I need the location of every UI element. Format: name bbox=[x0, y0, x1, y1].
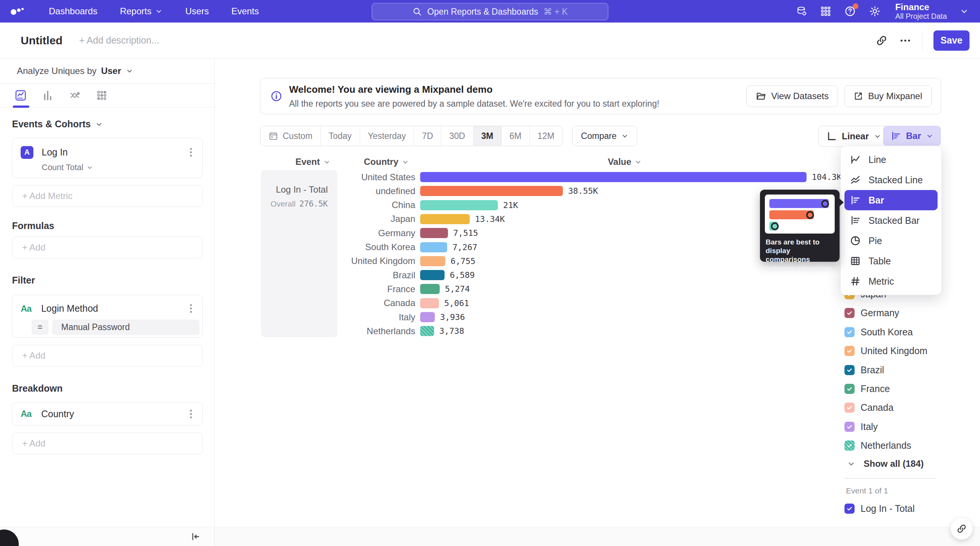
country-bar[interactable] bbox=[420, 326, 434, 336]
legend-event-item[interactable]: Log In - Total bbox=[845, 503, 915, 514]
checkbox-checked[interactable] bbox=[845, 503, 854, 514]
nav-item-users[interactable]: Users bbox=[185, 6, 209, 16]
mixpanel-logo-icon[interactable] bbox=[10, 6, 27, 17]
legend-item-france[interactable]: France bbox=[845, 384, 890, 394]
collapse-sidebar-icon[interactable] bbox=[190, 532, 201, 542]
filter-operator[interactable]: = bbox=[32, 320, 48, 335]
chart-type-button[interactable]: Bar bbox=[883, 126, 941, 146]
string-property-icon: Aa bbox=[21, 303, 32, 314]
nav-item-reports[interactable]: Reports bbox=[120, 6, 162, 16]
metric-event-name[interactable]: Log In bbox=[42, 147, 68, 158]
range-yesterday[interactable]: Yesterday bbox=[360, 126, 414, 146]
checkbox-checked[interactable] bbox=[845, 384, 854, 394]
events-cohorts-header[interactable]: Events & Cohorts bbox=[12, 119, 203, 129]
range-3m[interactable]: 3M bbox=[474, 126, 502, 146]
report-title[interactable]: Untitled bbox=[21, 34, 63, 47]
buy-mixpanel-button[interactable]: Buy Mixpanel bbox=[844, 85, 932, 107]
country-value: 21K bbox=[503, 201, 518, 210]
checkbox-checked[interactable] bbox=[845, 441, 854, 450]
search-input[interactable]: Open Reports & Dashboards ⌘ + K bbox=[372, 3, 608, 20]
settings-gear-icon[interactable] bbox=[869, 5, 881, 17]
metric-options-icon[interactable] bbox=[188, 146, 194, 159]
add-formula-button[interactable]: + Add bbox=[12, 237, 203, 258]
nav-item-dashboards[interactable]: Dashboards bbox=[49, 6, 97, 16]
menu-item-metric[interactable]: Metric bbox=[841, 271, 941, 291]
tab-funnels[interactable] bbox=[41, 84, 54, 107]
apps-grid-icon[interactable] bbox=[820, 6, 831, 17]
filter-value[interactable]: Manual Password bbox=[52, 320, 199, 335]
checkbox-checked[interactable] bbox=[845, 422, 854, 432]
range-today[interactable]: Today bbox=[321, 126, 360, 146]
help-icon[interactable] bbox=[844, 5, 856, 17]
country-bar[interactable] bbox=[420, 270, 445, 280]
checkbox-checked[interactable] bbox=[845, 346, 854, 356]
scale-selector-button[interactable]: Linear bbox=[819, 126, 889, 147]
menu-item-pie[interactable]: Pie bbox=[841, 231, 941, 251]
view-datasets-button[interactable]: View Datasets bbox=[746, 85, 838, 107]
breakdown-card-country[interactable]: Aa Country bbox=[12, 402, 203, 425]
data-management-icon[interactable] bbox=[796, 6, 807, 17]
country-bar[interactable] bbox=[420, 228, 448, 238]
add-metric-button[interactable]: + Add Metric bbox=[12, 185, 203, 207]
add-breakdown-button[interactable]: + Add bbox=[12, 433, 203, 454]
country-bar[interactable] bbox=[420, 172, 807, 182]
range-6m[interactable]: 6M bbox=[502, 126, 530, 146]
copy-link-icon[interactable] bbox=[875, 34, 888, 47]
chevron-down-icon[interactable] bbox=[126, 67, 133, 75]
analyze-value[interactable]: User bbox=[101, 66, 121, 76]
checkbox-checked[interactable] bbox=[845, 403, 854, 413]
country-bar[interactable] bbox=[420, 284, 440, 294]
legend-show-all[interactable]: Show all (184) bbox=[847, 458, 924, 469]
menu-item-line[interactable]: Line bbox=[841, 150, 941, 170]
aggregation-selector[interactable]: Count Total bbox=[42, 162, 202, 172]
table-row: South Korea7,267 bbox=[215, 242, 477, 252]
chevron-down-icon[interactable] bbox=[960, 7, 969, 16]
country-bar[interactable] bbox=[420, 312, 435, 322]
tab-flows[interactable] bbox=[68, 84, 81, 107]
range-30d[interactable]: 30D bbox=[441, 126, 473, 146]
share-link-button[interactable] bbox=[951, 518, 972, 540]
breakdown-options-icon[interactable] bbox=[188, 408, 194, 420]
value-column-header[interactable]: Value bbox=[587, 157, 662, 167]
legend-item-brazil[interactable]: Brazil bbox=[845, 365, 884, 376]
country-bar[interactable] bbox=[420, 214, 470, 224]
range-custom[interactable]: Custom bbox=[261, 126, 321, 146]
legend-item-italy[interactable]: Italy bbox=[845, 421, 878, 432]
menu-item-table[interactable]: Table bbox=[841, 251, 941, 271]
filter-property-name[interactable]: Login Method bbox=[41, 303, 99, 314]
filter-card-login-method[interactable]: Aa Login Method = Manual Password bbox=[12, 295, 203, 337]
checkbox-checked[interactable] bbox=[845, 365, 854, 375]
range-7d[interactable]: 7D bbox=[414, 126, 441, 146]
menu-item-stacked-line[interactable]: Stacked Line bbox=[841, 170, 941, 190]
tab-retention[interactable] bbox=[95, 84, 108, 107]
country-bar[interactable] bbox=[420, 186, 563, 196]
legend-item-canada[interactable]: Canada bbox=[845, 402, 894, 413]
country-bar[interactable] bbox=[420, 298, 439, 308]
legend-item-united-kingdom[interactable]: United Kingdom bbox=[845, 345, 928, 357]
nav-item-events[interactable]: Events bbox=[231, 6, 259, 16]
menu-item-stacked-bar[interactable]: Stacked Bar bbox=[841, 210, 941, 231]
project-switcher[interactable]: Finance All Project Data bbox=[895, 2, 947, 21]
add-filter-button[interactable]: + Add bbox=[12, 345, 203, 366]
country-bar[interactable] bbox=[420, 242, 447, 252]
add-description[interactable]: + Add description... bbox=[79, 35, 159, 46]
compare-button[interactable]: Compare bbox=[572, 126, 637, 146]
country-label: Brazil bbox=[215, 270, 415, 280]
legend-item-germany[interactable]: Germany bbox=[845, 307, 899, 318]
checkbox-checked[interactable] bbox=[845, 308, 854, 318]
event-column-header[interactable]: Event bbox=[255, 157, 331, 167]
filter-options-icon[interactable] bbox=[188, 302, 194, 315]
more-options-icon[interactable] bbox=[899, 34, 912, 47]
country-column-header[interactable]: Country bbox=[334, 157, 409, 167]
country-bar[interactable] bbox=[420, 200, 498, 210]
legend-item-south-korea[interactable]: South Korea bbox=[845, 327, 913, 337]
range-12m[interactable]: 12M bbox=[530, 126, 562, 146]
tab-insights[interactable] bbox=[14, 84, 27, 107]
country-bar[interactable] bbox=[420, 256, 445, 266]
metric-card-log-in[interactable]: A Log In Count Total bbox=[12, 138, 203, 178]
legend-item-netherlands[interactable]: Netherlands bbox=[845, 440, 911, 451]
menu-item-bar[interactable]: Bar bbox=[845, 190, 937, 210]
save-button[interactable]: Save bbox=[934, 30, 969, 51]
breakdown-property-name[interactable]: Country bbox=[41, 409, 74, 419]
checkbox-checked[interactable] bbox=[845, 327, 854, 337]
